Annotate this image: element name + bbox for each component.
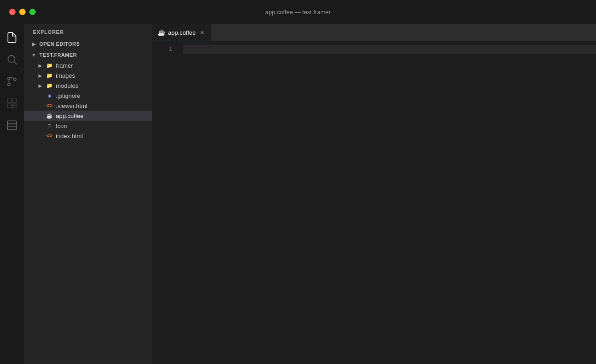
chevron-right-icon: ▶ [30,40,38,48]
extensions-icon [6,97,18,109]
section-open-editors[interactable]: ▶ OPEN EDITORS [24,38,152,49]
activity-search[interactable] [2,49,22,70]
tree-item-index-html[interactable]: ▶ <> index.html [24,131,152,141]
maximize-button[interactable] [29,9,36,15]
activity-extensions[interactable] [2,93,22,113]
section-test-framer-label: TEST.FRAMER [39,52,77,58]
coffee-icon: ☕ [46,112,53,119]
main-layout: EXPLORER ▶ OPEN EDITORS ▼ TEST.FRAMER ▶ … [0,24,596,364]
folder-framer-label: framer [56,62,73,69]
svg-point-0 [8,55,15,62]
svg-point-2 [8,77,10,80]
folder-images-label: images [56,72,75,79]
svg-line-1 [14,62,17,64]
code-area[interactable] [179,41,596,364]
window-controls[interactable] [9,9,36,15]
tree-item-modules[interactable]: ▶ 📁 modules [24,80,152,91]
folder-icon: 📁 [46,82,53,89]
minimize-button[interactable] [19,9,26,15]
app-coffee-label: app.coffee [56,112,83,119]
line-number-1: 1 [152,45,172,54]
tab-coffee-icon: ☕ [157,29,165,36]
tree-item-app-coffee[interactable]: ▶ ☕ app.coffee [24,111,152,121]
sidebar-header: EXPLORER [24,24,152,38]
activity-layout[interactable] [2,115,22,135]
svg-point-3 [8,83,10,86]
files-icon [6,32,18,43]
chevron-down-icon: ▼ [30,51,38,59]
text-icon: ≡ [46,122,53,129]
tab-close-button[interactable]: × [198,29,206,36]
gitignore-label: .gitignore [56,92,80,99]
folder-chevron-icon: ▶ [37,62,44,69]
html-icon: <> [46,102,53,109]
section-open-editors-label: OPEN EDITORS [39,41,80,47]
svg-rect-6 [12,99,16,103]
svg-rect-11 [7,121,16,130]
layout-icon [6,119,18,131]
line-numbers: 1 [152,41,179,364]
window-title: app.coffee — test.framer [265,9,331,16]
html-icon: <> [46,132,53,139]
folder-chevron-icon: ▶ [37,82,44,89]
tree-item-framer[interactable]: ▶ 📁 framer [24,60,152,70]
folder-icon: 📁 [46,72,53,79]
svg-rect-7 [7,104,11,108]
source-control-icon [6,75,18,87]
close-button[interactable] [9,9,16,15]
tab-app-coffee[interactable]: ☕ app.coffee × [152,24,211,41]
sidebar: EXPLORER ▶ OPEN EDITORS ▼ TEST.FRAMER ▶ … [24,24,152,364]
tree-item-images[interactable]: ▶ 📁 images [24,70,152,80]
activity-source-control[interactable] [2,71,22,91]
tree-item-viewer-html[interactable]: ▶ <> .viewer.html [24,101,152,111]
svg-rect-5 [7,99,11,103]
tree-item-gitignore[interactable]: ▶ ◆ .gitignore [24,91,152,101]
tab-label: app.coffee [168,29,195,36]
svg-point-4 [14,78,16,80]
activity-explorer[interactable] [2,27,22,48]
gitignore-icon: ◆ [46,92,53,99]
tabs-bar: ☕ app.coffee × [152,24,596,41]
folder-chevron-icon: ▶ [37,72,44,79]
titlebar: app.coffee — test.framer [0,0,596,24]
search-icon [6,54,18,65]
cursor-line [183,45,596,54]
editor-content: 1 [152,41,596,364]
folder-modules-label: modules [56,82,78,89]
tree-item-icon[interactable]: ▶ ≡ Icon [24,121,152,131]
section-test-framer[interactable]: ▼ TEST.FRAMER [24,49,152,60]
activity-bar [0,24,24,364]
svg-rect-8 [12,104,16,108]
viewer-html-label: .viewer.html [56,102,87,109]
icon-label: Icon [56,123,67,129]
folder-icon: 📁 [46,62,53,69]
index-html-label: index.html [56,133,83,139]
editor-area: ☕ app.coffee × 1 [152,24,596,364]
